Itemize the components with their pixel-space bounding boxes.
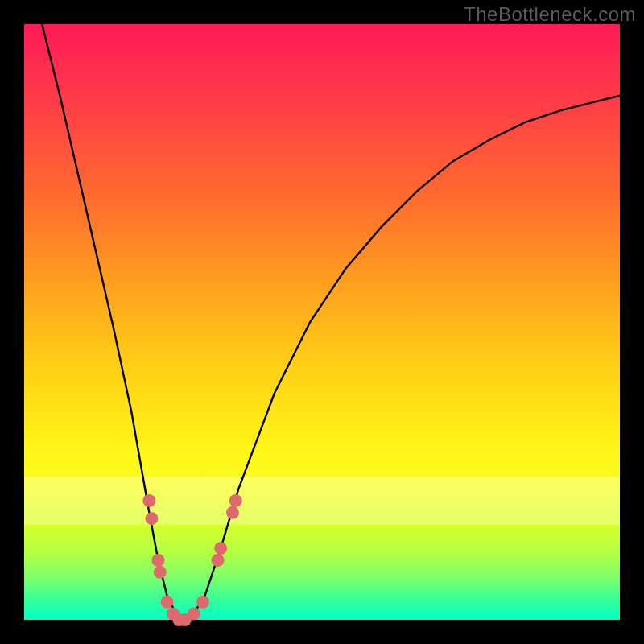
marker-group	[142, 494, 242, 626]
attribution-text: TheBottleneck.com	[464, 3, 636, 26]
curve-marker	[188, 608, 200, 621]
curve-marker	[154, 566, 167, 579]
curve-marker	[145, 512, 158, 525]
curve-marker	[152, 554, 165, 567]
bottleneck-curve	[42, 24, 620, 620]
curve-marker	[196, 596, 209, 609]
curve-marker	[212, 554, 225, 567]
curve-marker	[161, 596, 174, 609]
curve-marker	[142, 494, 155, 507]
chart-frame: TheBottleneck.com	[0, 0, 644, 644]
curve-marker	[229, 494, 242, 507]
plot-area	[24, 24, 620, 620]
curve-layer	[24, 24, 620, 620]
curve-marker	[214, 542, 227, 555]
curve-marker	[226, 506, 239, 519]
